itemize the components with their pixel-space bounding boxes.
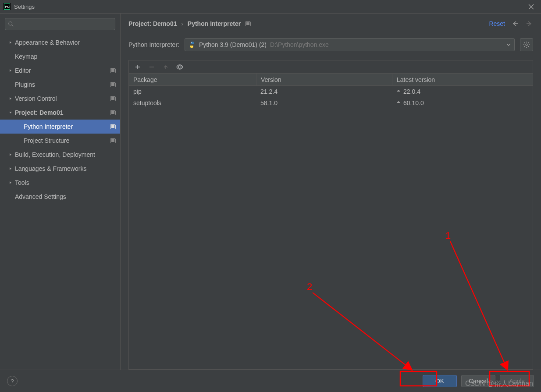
- gear-icon: [523, 41, 530, 48]
- column-header-package[interactable]: Package: [129, 74, 256, 85]
- svg-point-4: [9, 22, 12, 25]
- interpreter-label: Python Interpreter:: [128, 41, 179, 48]
- package-name: setuptools: [129, 99, 256, 106]
- title-bar: PC Settings: [0, 0, 541, 13]
- settings-tree: Appearance & BehaviorKeymapEditorPlugins…: [0, 34, 120, 370]
- scope-badge-icon: [110, 82, 116, 87]
- ok-button[interactable]: OK: [423, 375, 457, 387]
- svg-line-5: [12, 25, 14, 27]
- sidebar-item-appearance-behavior[interactable]: Appearance & Behavior: [0, 35, 120, 49]
- sidebar-item-plugins[interactable]: Plugins: [0, 78, 120, 92]
- sidebar-item-label: Plugins: [15, 81, 110, 88]
- dialog-footer: ? OK Cancel Apply: [0, 370, 541, 392]
- search-field[interactable]: [16, 21, 112, 28]
- sidebar-item-version-control[interactable]: Version Control: [0, 92, 120, 106]
- upgrade-package-button[interactable]: [162, 64, 169, 71]
- sidebar-item-python-interpreter[interactable]: Python Interpreter: [0, 120, 120, 134]
- breadcrumb-page: Python Interpreter: [188, 20, 241, 27]
- svg-point-7: [192, 46, 193, 47]
- scope-badge-icon: [110, 138, 116, 143]
- sidebar-item-label: Advanced Settings: [15, 193, 116, 200]
- package-latest: 22.0.4: [392, 88, 533, 95]
- column-header-latest[interactable]: Latest version: [392, 74, 533, 85]
- sidebar-item-label: Tools: [15, 179, 116, 186]
- scope-badge-icon: [110, 110, 116, 115]
- sidebar-item-label: Languages & Frameworks: [15, 165, 116, 172]
- close-button[interactable]: [524, 0, 537, 13]
- help-button[interactable]: ?: [7, 376, 18, 386]
- breadcrumb-project: Project: Demo01: [128, 20, 177, 27]
- chevron-icon: [8, 110, 13, 115]
- svg-point-8: [526, 44, 527, 46]
- sidebar-item-languages-frameworks[interactable]: Languages & Frameworks: [0, 162, 120, 176]
- upgrade-arrow-icon: [396, 101, 401, 105]
- nav-back-button[interactable]: [511, 20, 519, 28]
- chevron-right-icon: ›: [181, 21, 183, 27]
- sidebar-item-label: Python Interpreter: [24, 123, 110, 130]
- reset-link[interactable]: Reset: [489, 20, 505, 27]
- sidebar-item-editor[interactable]: Editor: [0, 64, 120, 78]
- scope-badge-icon: [110, 124, 116, 129]
- column-header-version[interactable]: Version: [256, 74, 392, 85]
- package-name: pip: [129, 88, 256, 95]
- packages-panel: Package Version Latest version pip21.2.4…: [128, 60, 533, 370]
- scope-badge-icon: [245, 21, 251, 26]
- svg-text:PC: PC: [5, 5, 10, 9]
- sidebar-item-label: Project Structure: [24, 137, 110, 144]
- scope-badge-icon: [110, 68, 116, 73]
- chevron-down-icon: [506, 42, 511, 48]
- upgrade-arrow-icon: [396, 89, 401, 94]
- sidebar-item-label: Project: Demo01: [15, 109, 110, 116]
- sidebar-item-project-demo01[interactable]: Project: Demo01: [0, 106, 120, 120]
- add-package-button[interactable]: [134, 64, 141, 71]
- scope-badge-icon: [110, 96, 116, 101]
- chevron-icon: [8, 194, 13, 199]
- settings-sidebar: Appearance & BehaviorKeymapEditorPlugins…: [0, 14, 121, 370]
- chevron-icon: [8, 68, 13, 73]
- python-icon: [189, 41, 196, 48]
- sidebar-item-label: Appearance & Behavior: [15, 39, 116, 46]
- cancel-button[interactable]: Cancel: [461, 375, 495, 387]
- interpreter-gear-button[interactable]: [520, 38, 533, 51]
- package-row[interactable]: setuptools58.1.060.10.0: [129, 97, 533, 109]
- interpreter-select[interactable]: Python 3.9 (Demo01) (2) D:\Python\python…: [185, 38, 515, 51]
- sidebar-item-advanced-settings[interactable]: Advanced Settings: [0, 190, 120, 204]
- svg-point-6: [191, 42, 192, 43]
- remove-package-button[interactable]: [148, 64, 155, 71]
- sidebar-item-build-execution-deployment[interactable]: Build, Execution, Deployment: [0, 148, 120, 162]
- sidebar-item-label: Version Control: [15, 95, 110, 102]
- chevron-icon: [8, 82, 13, 87]
- chevron-icon: [8, 152, 13, 157]
- pycharm-app-icon: PC: [4, 3, 11, 10]
- show-early-releases-button[interactable]: [176, 64, 183, 71]
- package-version: 21.2.4: [256, 88, 392, 95]
- sidebar-item-project-structure[interactable]: Project Structure: [0, 134, 120, 148]
- chevron-icon: [8, 180, 13, 185]
- sidebar-item-label: Keymap: [15, 53, 116, 60]
- interpreter-path: D:\Python\python.exe: [270, 41, 329, 48]
- chevron-icon: [8, 96, 13, 101]
- settings-content: Project: Demo01 › Python Interpreter Res…: [121, 14, 541, 370]
- apply-button[interactable]: Apply: [500, 375, 534, 387]
- window-title: Settings: [14, 4, 524, 10]
- chevron-icon: [8, 54, 13, 59]
- chevron-icon: [8, 166, 13, 171]
- interpreter-name: Python 3.9 (Demo01) (2): [199, 41, 267, 48]
- sidebar-item-label: Editor: [15, 67, 110, 74]
- sidebar-item-label: Build, Execution, Deployment: [15, 151, 116, 158]
- sidebar-item-tools[interactable]: Tools: [0, 176, 120, 190]
- package-row[interactable]: pip21.2.422.0.4: [129, 86, 533, 97]
- breadcrumb: Project: Demo01 › Python Interpreter: [128, 20, 489, 27]
- package-version: 58.1.0: [256, 99, 392, 106]
- chevron-icon: [8, 40, 13, 45]
- svg-point-9: [178, 66, 181, 68]
- sidebar-item-keymap[interactable]: Keymap: [0, 49, 120, 64]
- settings-search-input[interactable]: [5, 18, 115, 30]
- package-latest: 60.10.0: [392, 99, 533, 106]
- search-icon: [8, 21, 14, 27]
- nav-forward-button[interactable]: [525, 20, 533, 28]
